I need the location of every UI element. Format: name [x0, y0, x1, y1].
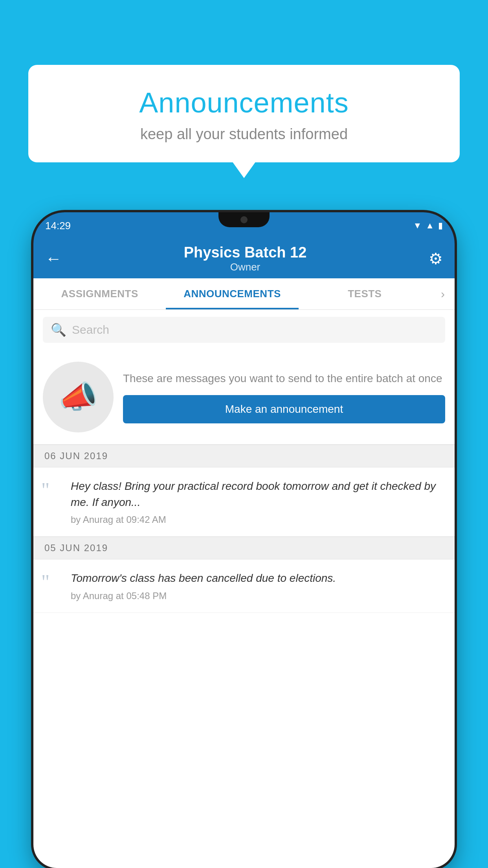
speech-bubble: Announcements keep all your students inf… — [28, 65, 460, 162]
notch — [218, 212, 270, 227]
settings-icon[interactable]: ⚙ — [429, 250, 443, 268]
wifi-icon: ▼ — [413, 221, 422, 231]
back-button[interactable]: ← — [45, 249, 62, 268]
status-time: 14:29 — [45, 220, 71, 232]
announcement-content-2: Tomorrow's class has been cancelled due … — [71, 570, 445, 601]
phone-content: 🔍 Search 📣 These are messages you want t… — [33, 310, 455, 868]
app-bar-title: Physics Batch 12 — [62, 244, 429, 261]
search-icon: 🔍 — [51, 322, 66, 337]
bubble-subtitle: keep all your students informed — [52, 126, 436, 143]
bubble-title: Announcements — [52, 86, 436, 119]
announcement-item-2[interactable]: " Tomorrow's class has been cancelled du… — [33, 559, 455, 613]
app-bar: ← Physics Batch 12 Owner ⚙ — [33, 239, 455, 278]
promo-icon-circle: 📣 — [43, 362, 114, 432]
phone-frame: 14:29 ▼ ▲ ▮ ← Physics Batch 12 Owner ⚙ A… — [33, 212, 455, 868]
announcement-text-2: Tomorrow's class has been cancelled due … — [71, 570, 445, 587]
announcement-author-1: by Anurag at 09:42 AM — [71, 514, 445, 525]
speech-bubble-area: Announcements keep all your students inf… — [28, 65, 460, 162]
announcement-item-1[interactable]: " Hey class! Bring your practical record… — [33, 467, 455, 537]
search-placeholder: Search — [72, 323, 109, 337]
promo-description: These are messages you want to send to t… — [123, 371, 445, 387]
signal-icon: ▲ — [426, 221, 434, 231]
announcement-content-1: Hey class! Bring your practical record b… — [71, 478, 445, 525]
search-box[interactable]: 🔍 Search — [43, 317, 445, 343]
app-bar-title-area: Physics Batch 12 Owner — [62, 244, 429, 273]
status-icons: ▼ ▲ ▮ — [413, 221, 443, 231]
tabs-bar: ASSIGNMENTS ANNOUNCEMENTS TESTS › — [33, 278, 455, 310]
tab-more[interactable]: › — [431, 278, 455, 309]
tab-assignments[interactable]: ASSIGNMENTS — [33, 278, 166, 309]
date-separator-2: 05 JUN 2019 — [33, 537, 455, 559]
quote-icon-2: " — [41, 572, 63, 592]
camera — [240, 216, 248, 223]
tab-announcements[interactable]: ANNOUNCEMENTS — [166, 278, 298, 309]
tab-tests[interactable]: TESTS — [299, 278, 431, 309]
announcement-author-2: by Anurag at 05:48 PM — [71, 590, 445, 601]
make-announcement-button[interactable]: Make an announcement — [123, 395, 445, 423]
megaphone-icon: 📣 — [59, 379, 98, 416]
announcement-text-1: Hey class! Bring your practical record b… — [71, 478, 445, 510]
battery-icon: ▮ — [438, 221, 443, 231]
search-container: 🔍 Search — [33, 310, 455, 350]
app-bar-subtitle: Owner — [62, 261, 429, 273]
quote-icon-1: " — [41, 480, 63, 500]
status-bar: 14:29 ▼ ▲ ▮ — [33, 212, 455, 239]
date-separator-1: 06 JUN 2019 — [33, 445, 455, 467]
promo-section: 📣 These are messages you want to send to… — [33, 350, 455, 445]
promo-right: These are messages you want to send to t… — [123, 371, 445, 424]
